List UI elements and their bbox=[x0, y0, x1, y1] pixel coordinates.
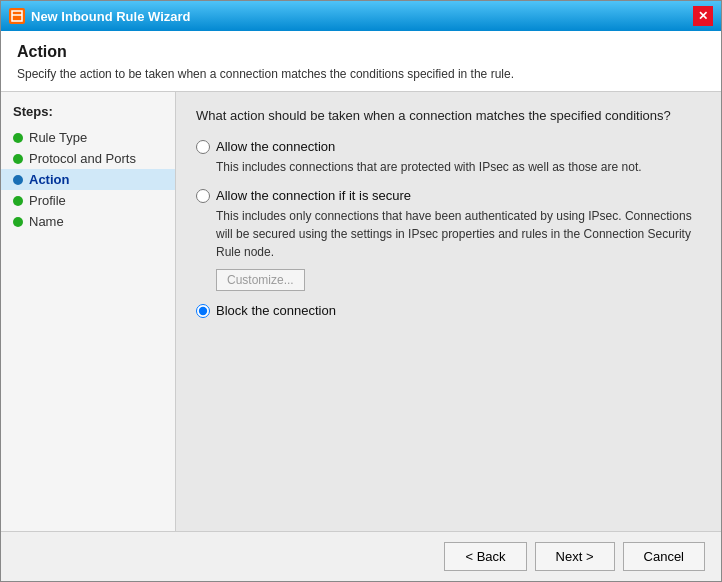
dot-icon bbox=[13, 133, 23, 143]
footer: < Back Next > Cancel bbox=[1, 531, 721, 581]
sidebar-item-name[interactable]: Name bbox=[1, 211, 175, 232]
radio-block-label: Block the connection bbox=[216, 303, 336, 318]
header-section: Action Specify the action to be taken wh… bbox=[1, 31, 721, 92]
radio-group: Allow the connection This includes conne… bbox=[196, 139, 701, 334]
dot-icon bbox=[13, 175, 23, 185]
header-description: Specify the action to be taken when a co… bbox=[17, 67, 705, 81]
svg-rect-0 bbox=[12, 11, 22, 21]
sidebar-item-action[interactable]: Action bbox=[1, 169, 175, 190]
sidebar-item-label: Name bbox=[29, 214, 64, 229]
cancel-button[interactable]: Cancel bbox=[623, 542, 705, 571]
sidebar-item-profile[interactable]: Profile bbox=[1, 190, 175, 211]
window-icon bbox=[9, 8, 25, 24]
radio-row-allow-secure: Allow the connection if it is secure bbox=[196, 188, 701, 203]
page-title: Action bbox=[17, 43, 705, 61]
title-bar: New Inbound Rule Wizard ✕ bbox=[1, 1, 721, 31]
wizard-window: New Inbound Rule Wizard ✕ Action Specify… bbox=[0, 0, 722, 582]
back-button[interactable]: < Back bbox=[444, 542, 526, 571]
sidebar-item-protocol-ports[interactable]: Protocol and Ports bbox=[1, 148, 175, 169]
window-title: New Inbound Rule Wizard bbox=[31, 9, 191, 24]
title-bar-left: New Inbound Rule Wizard bbox=[9, 8, 191, 24]
body-content: Steps: Rule Type Protocol and Ports Acti… bbox=[1, 92, 721, 531]
sidebar-item-label: Action bbox=[29, 172, 69, 187]
sidebar-item-rule-type[interactable]: Rule Type bbox=[1, 127, 175, 148]
next-button[interactable]: Next > bbox=[535, 542, 615, 571]
close-button[interactable]: ✕ bbox=[693, 6, 713, 26]
option-block: Block the connection bbox=[196, 303, 701, 322]
dot-icon bbox=[13, 217, 23, 227]
dot-icon bbox=[13, 196, 23, 206]
right-panel: What action should be taken when a conne… bbox=[176, 92, 721, 531]
radio-allow-secure[interactable] bbox=[196, 189, 210, 203]
dot-icon bbox=[13, 154, 23, 164]
sidebar-item-label: Rule Type bbox=[29, 130, 87, 145]
radio-block[interactable] bbox=[196, 304, 210, 318]
question-text: What action should be taken when a conne… bbox=[196, 108, 701, 123]
radio-allow-secure-desc: This includes only connections that have… bbox=[216, 207, 701, 261]
option-allow-secure: Allow the connection if it is secure Thi… bbox=[196, 188, 701, 291]
option-allow: Allow the connection This includes conne… bbox=[196, 139, 701, 176]
radio-allow-secure-label: Allow the connection if it is secure bbox=[216, 188, 411, 203]
sidebar: Steps: Rule Type Protocol and Ports Acti… bbox=[1, 92, 176, 531]
steps-label: Steps: bbox=[1, 100, 175, 127]
radio-allow-desc: This includes connections that are prote… bbox=[216, 158, 701, 176]
sidebar-item-label: Protocol and Ports bbox=[29, 151, 136, 166]
radio-allow-label: Allow the connection bbox=[216, 139, 335, 154]
radio-row-block: Block the connection bbox=[196, 303, 701, 318]
radio-row-allow: Allow the connection bbox=[196, 139, 701, 154]
sidebar-item-label: Profile bbox=[29, 193, 66, 208]
radio-allow[interactable] bbox=[196, 140, 210, 154]
customize-button[interactable]: Customize... bbox=[216, 269, 305, 291]
